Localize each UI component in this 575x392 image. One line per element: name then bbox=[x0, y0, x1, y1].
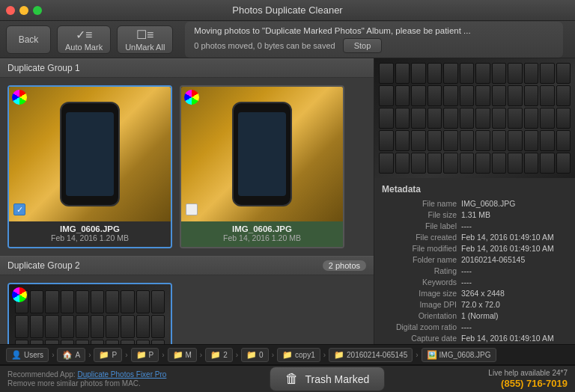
meta-label: Capture date bbox=[382, 334, 457, 343]
photos-app-icon bbox=[184, 90, 199, 105]
metadata-row: Keywords---- bbox=[382, 278, 568, 287]
breadcrumb-icon: 🖼️ bbox=[427, 350, 437, 360]
group-header-1: Duplicate Group 1 bbox=[0, 58, 374, 78]
breadcrumb-item[interactable]: 👤Users bbox=[6, 348, 49, 362]
breadcrumb-separator: › bbox=[88, 351, 91, 359]
photo-item[interactable]: IMG_0608.JPG Feb 14, 2016 1.31 MB bbox=[7, 283, 172, 344]
breadcrumb-bar: 👤Users›🏠A›📁P›📁P›📁M›📁2›📁0›📁copy1›📁2016021… bbox=[0, 344, 575, 365]
breadcrumb-item[interactable]: 📁20160214-065145 bbox=[329, 348, 413, 362]
meta-label: Keywords bbox=[382, 278, 457, 287]
breadcrumb-item[interactable]: 📁P bbox=[94, 348, 122, 362]
window-controls bbox=[6, 6, 42, 15]
bottom-left: Recommended App: Duplicate Photos Fixer … bbox=[7, 370, 166, 388]
breadcrumb-label: 0 bbox=[259, 351, 264, 359]
stop-button[interactable]: Stop bbox=[343, 38, 383, 53]
metadata-row: Folder name20160214-065145 bbox=[382, 255, 568, 264]
breadcrumb-label: IMG_0608.JPG bbox=[439, 351, 491, 359]
breadcrumb-icon: 👤 bbox=[11, 350, 22, 360]
breadcrumb-icon: 📁 bbox=[173, 350, 183, 360]
metadata-row: Capture dateFeb 14, 2016 01:49:10 AM bbox=[382, 334, 568, 343]
breadcrumb-separator: › bbox=[323, 351, 326, 359]
auto-mark-button[interactable]: ✓≡ Auto Mark bbox=[57, 25, 111, 54]
meta-label: Image size bbox=[382, 289, 457, 298]
left-panel: Duplicate Group 1 IMG_0606.JPG Feb 14, 2… bbox=[0, 58, 374, 344]
photo-item[interactable]: IMG_0606.JPG Feb 14, 2016 1.20 MB ✓ bbox=[7, 85, 172, 248]
breadcrumb-item[interactable]: 🖼️IMG_0608.JPG bbox=[422, 348, 496, 362]
window-title: Photos Duplicate Cleaner bbox=[232, 4, 342, 16]
maximize-button[interactable] bbox=[33, 6, 42, 15]
metadata-row: Orientation1 (Normal) bbox=[382, 311, 568, 320]
meta-value: Feb 14, 2016 01:49:10 AM bbox=[461, 334, 568, 343]
meta-value: ---- bbox=[461, 221, 568, 230]
breadcrumb-separator: › bbox=[125, 351, 127, 359]
metadata-title: Metadata bbox=[382, 184, 568, 195]
meta-value: 1 (Normal) bbox=[461, 311, 568, 320]
breadcrumb-label: P bbox=[112, 351, 117, 359]
phone-image bbox=[9, 87, 171, 221]
breadcrumb-separator: › bbox=[162, 351, 164, 359]
phone-shape bbox=[232, 102, 292, 206]
phone-shape bbox=[60, 102, 120, 206]
meta-label: Rating bbox=[382, 266, 457, 275]
photo-name: IMG_0606.JPG bbox=[13, 224, 166, 233]
meta-value: Feb 14, 2016 01:49:10 AM bbox=[461, 244, 568, 253]
group-2-title: Duplicate Group 2 bbox=[7, 260, 80, 271]
meta-label: File created bbox=[382, 233, 457, 242]
meta-value: ---- bbox=[461, 278, 568, 287]
phone-screen bbox=[238, 112, 286, 196]
photos-app-icon bbox=[12, 287, 27, 302]
breadcrumb-separator: › bbox=[200, 351, 202, 359]
unmark-all-button[interactable]: ☐≡ UnMark All bbox=[117, 25, 173, 54]
meta-label: Folder name bbox=[382, 255, 457, 264]
photos-grid-2: IMG_0608.JPG Feb 14, 2016 1.31 MB bbox=[0, 275, 374, 344]
meta-label: File label bbox=[382, 221, 457, 230]
metadata-row: Rating---- bbox=[382, 266, 568, 275]
breadcrumb-item[interactable]: 📁2 bbox=[205, 348, 233, 362]
phone-screen bbox=[66, 112, 114, 196]
breadcrumb-item[interactable]: 📁0 bbox=[241, 348, 269, 362]
breadcrumb-label: Users bbox=[24, 351, 43, 359]
meta-label: File modified bbox=[382, 244, 457, 253]
checkbox-unchecked-icon bbox=[186, 203, 198, 215]
breadcrumb-label: copy1 bbox=[295, 351, 315, 359]
photos-grid-1: IMG_0606.JPG Feb 14, 2016 1.20 MB ✓ bbox=[0, 78, 374, 256]
meta-value: ---- bbox=[461, 266, 568, 275]
minimize-button[interactable] bbox=[19, 6, 28, 15]
photo-checkbox-2[interactable] bbox=[186, 203, 198, 215]
trash-marked-button[interactable]: 🗑 Trash Marked bbox=[270, 367, 385, 391]
preview-area bbox=[374, 58, 575, 178]
photo-checkbox-1[interactable]: ✓ bbox=[13, 203, 25, 215]
breadcrumb-item[interactable]: 📁copy1 bbox=[277, 348, 320, 362]
breadcrumb-item[interactable]: 🏠A bbox=[57, 348, 85, 362]
title-bar: Photos Duplicate Cleaner bbox=[0, 0, 575, 21]
auto-mark-icon: ✓≡ bbox=[76, 28, 92, 42]
breadcrumb-item[interactable]: 📁P bbox=[131, 348, 159, 362]
breadcrumb-label: 2 bbox=[223, 351, 228, 359]
metadata-panel: Metadata File nameIMG_0608.JPGFile size1… bbox=[374, 178, 575, 344]
breadcrumb-icon: 📁 bbox=[282, 350, 293, 360]
meta-value: IMG_0608.JPG bbox=[461, 199, 568, 208]
main-layout: Duplicate Group 1 IMG_0606.JPG Feb 14, 2… bbox=[0, 58, 575, 344]
toolbar: Back ✓≡ Auto Mark ☐≡ UnMark All Moving p… bbox=[0, 21, 575, 58]
photo-name: IMG_0606.JPG bbox=[186, 224, 338, 233]
photo-image-area bbox=[9, 87, 171, 221]
photos-app-icon bbox=[12, 90, 27, 105]
phone-image bbox=[181, 87, 343, 221]
progress-area: Moving photos to "Duplicate Marked Photo… bbox=[185, 22, 563, 58]
close-button[interactable] bbox=[6, 6, 15, 15]
recommended-link[interactable]: Duplicate Photos Fixer Pro bbox=[77, 370, 166, 379]
photo-meta: Feb 14, 2016 1.20 MB bbox=[186, 233, 338, 242]
back-button[interactable]: Back bbox=[6, 25, 51, 54]
keyboard-image bbox=[9, 284, 171, 344]
meta-label: Orientation bbox=[382, 311, 457, 320]
breadcrumb-label: 20160214-065145 bbox=[347, 351, 407, 359]
breadcrumb-item[interactable]: 📁M bbox=[168, 348, 197, 362]
breadcrumb-label: A bbox=[75, 351, 80, 359]
photo-meta: Feb 14, 2016 1.20 MB bbox=[13, 233, 166, 242]
breadcrumb-separator: › bbox=[272, 351, 274, 359]
live-help-text: Live help available 24*7 bbox=[488, 369, 568, 377]
metadata-row: File size1.31 MB bbox=[382, 210, 568, 219]
photo-item[interactable]: IMG_0606.JPG Feb 14, 2016 1.20 MB bbox=[180, 85, 344, 248]
right-panel: Metadata File nameIMG_0608.JPGFile size1… bbox=[374, 58, 575, 344]
meta-value: 72.0 x 72.0 bbox=[461, 300, 568, 309]
